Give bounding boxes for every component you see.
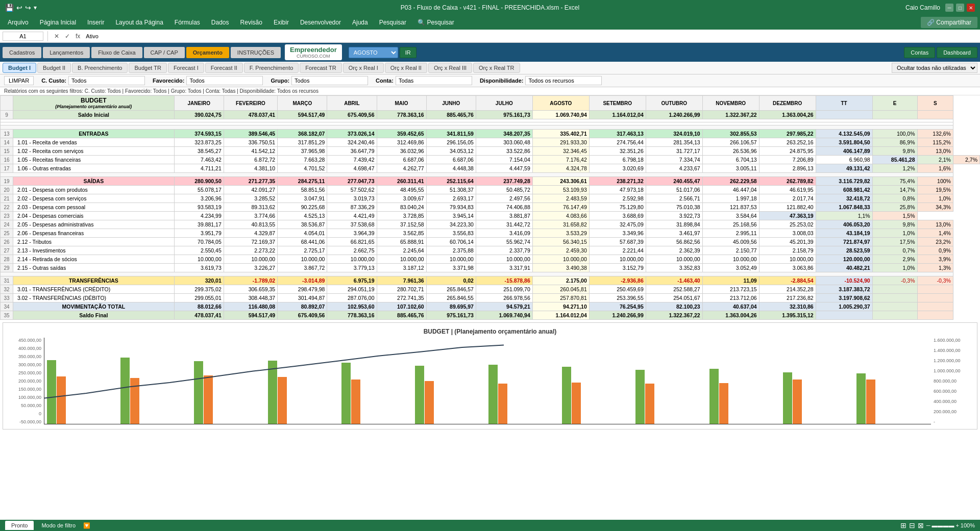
data-cell[interactable]: 324.019,10 — [646, 130, 702, 138]
data-cell[interactable]: 3.922,73 — [646, 212, 702, 220]
tab-orc-real-ii[interactable]: Orç x Real II — [385, 63, 427, 73]
data-cell[interactable]: 1.997,18 — [702, 194, 759, 203]
data-cell[interactable]: 2.592,98 — [589, 194, 646, 203]
data-cell[interactable]: 4.711,21 — [174, 164, 224, 173]
data-cell[interactable]: 4.525,13 — [278, 212, 327, 220]
data-cell[interactable]: 3.187,12 — [377, 264, 426, 272]
formula-input[interactable] — [85, 32, 977, 40]
data-cell[interactable]: 4.329,87 — [224, 229, 277, 238]
data-cell[interactable]: 2.566,71 — [646, 194, 702, 203]
data-cell[interactable]: 885.465,76 — [426, 111, 476, 119]
data-cell[interactable]: 3.285,52 — [224, 194, 277, 203]
data-cell[interactable]: 7.334,74 — [646, 156, 702, 164]
data-cell[interactable]: 291.933,30 — [532, 138, 589, 147]
data-cell[interactable]: 36.647,79 — [327, 147, 377, 156]
hide-unused-dropdown[interactable]: Ocultar todas não utilizadas — [892, 63, 977, 73]
data-cell[interactable]: 0,02 — [426, 276, 476, 285]
data-cell[interactable]: 58.851,56 — [278, 186, 327, 194]
data-cell[interactable]: 294.051,19 — [327, 285, 377, 294]
data-cell[interactable]: 3.779,13 — [327, 264, 377, 272]
data-cell[interactable]: 1.069.740,94 — [532, 111, 589, 119]
data-cell[interactable]: 317.851,29 — [278, 138, 327, 147]
data-cell[interactable]: 32.346,45 — [532, 147, 589, 156]
data-cell[interactable]: 1.069.740,94 — [476, 311, 532, 320]
data-cell[interactable]: 93.583,19 — [174, 203, 224, 212]
data-cell[interactable]: 10.000,00 — [759, 255, 816, 264]
cell-reference[interactable]: A1 — [3, 32, 43, 41]
data-cell[interactable]: 74.406,88 — [476, 203, 532, 212]
data-cell[interactable]: 336.750,51 — [224, 138, 277, 147]
data-cell[interactable]: 10.000,00 — [377, 255, 426, 264]
menu-layout[interactable]: Layout da Página — [110, 17, 168, 28]
data-cell[interactable]: 1.363.004,26 — [702, 311, 759, 320]
data-cell[interactable]: 323.873,25 — [174, 138, 224, 147]
data-cell[interactable]: 594.517,49 — [278, 111, 327, 119]
data-cell[interactable]: 51.017,06 — [646, 186, 702, 194]
data-cell[interactable]: 1.240.266,99 — [646, 111, 702, 119]
data-cell[interactable]: 4.701,52 — [278, 164, 327, 173]
data-cell[interactable]: 308.448,37 — [224, 294, 277, 302]
data-cell[interactable]: 3.317,91 — [476, 264, 532, 272]
data-cell[interactable]: 3.020,69 — [589, 164, 646, 173]
data-cell[interactable]: 478.037,41 — [224, 111, 277, 119]
data-cell[interactable]: 1.240.266,99 — [589, 311, 646, 320]
data-cell[interactable]: 341.811,59 — [426, 130, 476, 138]
data-cell[interactable]: 57.502,62 — [327, 186, 377, 194]
data-cell[interactable]: 10.000,00 — [589, 255, 646, 264]
data-cell[interactable]: 2.337,79 — [476, 246, 532, 255]
data-cell[interactable]: 60.706,14 — [426, 238, 476, 246]
data-cell[interactable]: 975.161,73 — [476, 111, 532, 119]
data-cell[interactable]: 40.637,04 — [702, 302, 759, 311]
data-cell[interactable]: 53.109,93 — [532, 186, 589, 194]
data-cell[interactable]: 6.872,72 — [224, 156, 277, 164]
data-cell[interactable]: 4.054,01 — [278, 229, 327, 238]
data-cell[interactable]: 38.545,27 — [174, 147, 224, 156]
data-cell[interactable]: 45.201,39 — [759, 238, 816, 246]
data-cell[interactable]: 31.442,72 — [476, 220, 532, 229]
data-cell[interactable]: -2.884,54 — [759, 276, 816, 285]
data-cell[interactable]: 2.273,22 — [224, 246, 277, 255]
data-cell[interactable]: 10.000,00 — [174, 255, 224, 264]
data-cell[interactable]: 4.083,66 — [532, 212, 589, 220]
data-cell[interactable]: 262.789,82 — [759, 177, 816, 186]
data-cell[interactable]: 37.538,68 — [327, 220, 377, 229]
data-cell[interactable]: 3.047,91 — [278, 194, 327, 203]
data-cell[interactable]: 46.619,95 — [759, 186, 816, 194]
data-cell[interactable]: 121.837,53 — [702, 203, 759, 212]
data-cell[interactable]: 2.362,39 — [646, 246, 702, 255]
data-cell[interactable]: 277.047,73 — [327, 177, 377, 186]
menu-formulas[interactable]: Fórmulas — [169, 17, 205, 28]
data-cell[interactable]: 2.896,13 — [759, 164, 816, 173]
data-cell[interactable]: 37.965,98 — [278, 147, 327, 156]
data-cell[interactable]: 260.045,81 — [532, 285, 589, 294]
insert-function-btn[interactable]: fx — [74, 32, 82, 40]
data-cell[interactable]: 252.588,27 — [646, 285, 702, 294]
data-cell[interactable]: 296.156,05 — [426, 138, 476, 147]
data-cell[interactable]: 3.728,85 — [377, 212, 426, 220]
data-cell[interactable]: 56.340,15 — [532, 238, 589, 246]
data-cell[interactable]: 121.882,40 — [759, 203, 816, 212]
data-cell[interactable]: 76.147,49 — [532, 203, 589, 212]
data-cell[interactable]: 4.324,78 — [532, 164, 589, 173]
tab-budget-ii[interactable]: Budget II — [37, 63, 71, 73]
data-cell[interactable]: 87.336,29 — [327, 203, 377, 212]
main-content[interactable]: BUDGET (Planejamento orçamentário anual)… — [0, 95, 980, 517]
data-cell[interactable]: 368.182,07 — [278, 130, 327, 138]
data-cell[interactable]: 50.485,72 — [476, 186, 532, 194]
data-cell[interactable]: 301.494,87 — [278, 294, 327, 302]
data-cell[interactable]: 31.658,82 — [532, 220, 589, 229]
tab-budget-i[interactable]: Budget I — [3, 63, 36, 73]
data-cell[interactable]: 32.475,09 — [589, 220, 646, 229]
data-cell[interactable]: 24.875,95 — [759, 147, 816, 156]
data-cell[interactable]: 4.262,77 — [377, 164, 426, 173]
data-cell[interactable]: 4.234,99 — [174, 212, 224, 220]
data-cell[interactable]: 675.409,56 — [278, 311, 327, 320]
data-cell[interactable]: 31.727,17 — [646, 147, 702, 156]
normal-view-btn[interactable]: ⊞ — [900, 521, 906, 529]
conta-input[interactable] — [396, 76, 472, 85]
btn-orcamento[interactable]: Orçamento — [186, 47, 229, 58]
data-cell[interactable]: 3.005,11 — [702, 164, 759, 173]
data-cell[interactable]: 3.152,79 — [589, 264, 646, 272]
data-cell[interactable]: 252.115,64 — [426, 177, 476, 186]
data-cell[interactable]: 31.898,84 — [646, 220, 702, 229]
